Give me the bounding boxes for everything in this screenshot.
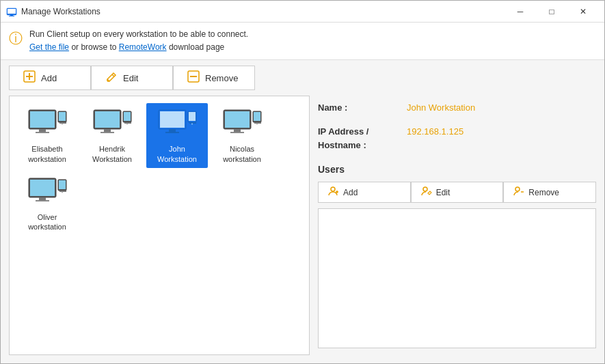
workstation-item-john[interactable]: JohnWorkstation <box>146 103 208 168</box>
svg-rect-31 <box>165 132 179 133</box>
details-panel: Name : John Workstation IP Address /Host… <box>318 96 596 355</box>
svg-rect-50 <box>59 191 66 192</box>
svg-rect-18 <box>59 122 66 124</box>
remove-workstation-button[interactable]: Remove <box>173 66 255 90</box>
info-icon: ⓘ <box>9 29 23 48</box>
title-bar: Manage Workstations ─ □ ✕ <box>1 1 604 23</box>
svg-rect-17 <box>59 112 66 121</box>
svg-rect-34 <box>189 122 196 124</box>
workstation-item-hendrik[interactable]: HendrikWorkstation <box>81 103 143 168</box>
title-bar-buttons: ─ □ ✕ <box>505 1 599 23</box>
window-icon <box>6 6 17 17</box>
svg-point-35 <box>191 124 193 125</box>
main-content: Elisabethworkstation Hendr <box>1 96 604 363</box>
ip-label: IP Address /Hostname : <box>318 125 407 152</box>
edit-user-icon <box>421 186 432 199</box>
window-title: Manage Workstations <box>21 7 505 16</box>
workstation-icon-elisabeth <box>23 107 71 141</box>
svg-point-51 <box>62 191 63 193</box>
main-window: Manage Workstations ─ □ ✕ ⓘ Run Client s… <box>0 0 605 364</box>
add-icon <box>23 70 36 85</box>
add-workstation-button[interactable]: Add <box>9 66 91 90</box>
svg-rect-45 <box>30 180 55 196</box>
name-value: John Workstation <box>407 102 475 113</box>
ip-row: IP Address /Hostname : 192.168.1.125 <box>318 125 596 152</box>
svg-rect-15 <box>36 132 49 133</box>
remove-user-icon <box>513 186 524 199</box>
add-user-label: Add <box>343 188 358 197</box>
maximize-button[interactable]: □ <box>536 1 567 23</box>
remove-user-button[interactable]: Remove <box>503 182 596 203</box>
users-toolbar: Add Edit <box>318 182 596 203</box>
workstation-label-nicolas: Nicolasworkstation <box>223 144 261 164</box>
add-user-icon <box>328 186 339 199</box>
svg-rect-47 <box>36 200 49 201</box>
svg-point-27 <box>126 124 128 125</box>
svg-line-7 <box>112 74 114 76</box>
svg-point-43 <box>256 124 258 125</box>
svg-rect-29 <box>160 111 185 128</box>
info-text: Run Client setup on every workstation to… <box>29 28 248 54</box>
svg-rect-14 <box>39 129 46 132</box>
workstation-item-oliver[interactable]: Oliverworkstation <box>16 171 78 236</box>
workstation-item-nicolas[interactable]: Nicolasworkstation <box>211 103 273 168</box>
svg-rect-49 <box>59 180 66 189</box>
info-bar: ⓘ Run Client setup on every workstation … <box>1 23 604 60</box>
workstation-icon-nicolas <box>218 107 266 141</box>
svg-rect-37 <box>225 111 250 128</box>
workstation-label-hendrik: HendrikWorkstation <box>92 144 132 164</box>
edit-icon <box>105 70 118 85</box>
svg-rect-3 <box>9 16 14 16</box>
svg-rect-26 <box>124 122 131 124</box>
workstation-icon-john <box>153 107 201 141</box>
svg-rect-25 <box>124 112 131 121</box>
svg-point-56 <box>515 187 520 191</box>
info-line1: Run Client setup on every workstation to… <box>29 29 248 39</box>
svg-rect-39 <box>230 132 244 133</box>
edit-user-button[interactable]: Edit <box>411 182 504 203</box>
edit-user-label: Edit <box>436 188 451 197</box>
workstation-label-john: JohnWorkstation <box>157 144 197 164</box>
svg-rect-46 <box>39 197 46 200</box>
svg-rect-22 <box>104 129 111 132</box>
add-label: Add <box>41 73 57 83</box>
edit-label: Edit <box>123 73 138 83</box>
workstation-icon-hendrik <box>88 107 136 141</box>
svg-rect-41 <box>254 112 260 121</box>
info-line2: or browse to <box>71 42 118 52</box>
info-line3: download page <box>169 42 224 52</box>
workstation-label-oliver: Oliverworkstation <box>28 212 66 232</box>
remove-user-label: Remove <box>528 188 559 197</box>
remove-icon <box>187 70 200 85</box>
svg-rect-33 <box>189 112 196 121</box>
get-file-link[interactable]: Get the file <box>29 42 69 52</box>
svg-rect-1 <box>8 9 16 14</box>
svg-rect-13 <box>30 111 55 128</box>
remove-label: Remove <box>205 73 238 83</box>
workstation-label-elisabeth: Elisabethworkstation <box>28 144 66 164</box>
svg-point-52 <box>331 187 335 191</box>
users-title: Users <box>318 164 596 175</box>
workstation-icon-oliver <box>23 176 71 210</box>
svg-point-19 <box>62 124 63 125</box>
ip-value: 192.168.1.125 <box>407 126 463 137</box>
svg-rect-23 <box>100 132 114 133</box>
users-list[interactable] <box>318 208 596 348</box>
svg-point-55 <box>423 187 427 191</box>
workstations-panel: Elisabethworkstation Hendr <box>9 96 310 355</box>
edit-workstation-button[interactable]: Edit <box>91 66 173 90</box>
name-label: Name : <box>318 102 407 113</box>
name-row: Name : John Workstation <box>318 102 596 113</box>
svg-rect-30 <box>169 129 176 132</box>
add-user-button[interactable]: Add <box>318 182 411 203</box>
workstation-item-elisabeth[interactable]: Elisabethworkstation <box>16 103 78 168</box>
svg-rect-38 <box>234 129 241 132</box>
svg-rect-42 <box>254 122 261 124</box>
remotework-link[interactable]: RemoteWork <box>119 42 167 52</box>
close-button[interactable]: ✕ <box>567 1 599 23</box>
main-toolbar: Add Edit Remove <box>1 60 604 96</box>
minimize-button[interactable]: ─ <box>505 1 536 23</box>
svg-rect-21 <box>95 111 120 128</box>
